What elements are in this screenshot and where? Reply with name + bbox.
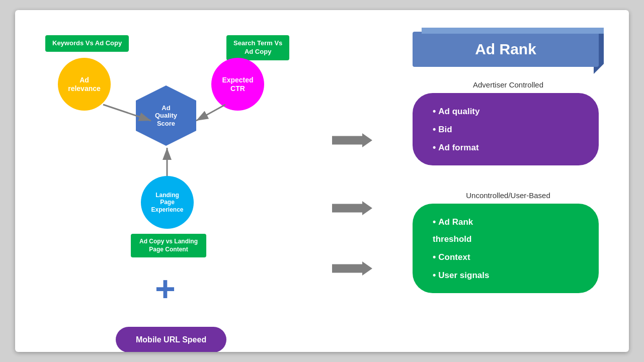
green-box: Ad Rankthreshold Context User signals [413,204,599,293]
ad-relevance-circle: Adrelevance [58,58,111,111]
expected-ctr-circle: ExpectedCTR [211,58,264,111]
expected-ctr-label: ExpectedCTR [222,76,253,93]
green-list: Ad Rankthreshold Context User signals [428,213,584,284]
arrow-to-green-2 [332,261,372,276]
plus-sign: + [155,272,176,307]
arrow-to-purple [332,133,372,147]
mobile-url-label: Mobile URL Speed [136,335,206,344]
purple-list: Ad quality Bid Ad format [428,102,584,156]
right-section: Ad Rank Advertiser Controlled Ad quality… [408,20,619,342]
ad-copy-box: Ad Copy vs LandingPage Content [131,234,206,257]
search-term-box: Search Term VsAd Copy [226,35,289,60]
arrow-to-green-1 [332,201,372,215]
ad-rank-top-face [422,28,604,34]
purple-item-1: Ad quality [433,102,584,120]
purple-item-2: Bid [433,120,584,138]
purple-box: Ad quality Bid Ad format [413,93,599,165]
quality-score-hexagon: AdQualityScore [136,85,196,146]
advertiser-controlled-label: Advertiser Controlled [408,80,609,89]
ad-rank-box: Ad Rank [413,28,604,68]
landing-page-circle: LandingPageExperience [141,176,194,229]
purple-item-3: Ad format [433,138,584,156]
ad-relevance-label: Adrelevance [68,76,101,93]
uncontrolled-label: Uncontrolled/User-Based [408,191,609,200]
ad-rank-label: Ad Rank [475,41,536,58]
keywords-label: Keywords Vs Ad Copy [52,39,122,47]
green-item-1: Ad Rankthreshold [433,213,584,248]
mobile-url-button: Mobile URL Speed [116,327,226,352]
search-term-label: Search Term VsAd Copy [233,39,282,55]
green-item-2: Context [433,248,584,266]
ad-copy-label: Ad Copy vs LandingPage Content [139,238,198,253]
keywords-box: Keywords Vs Ad Copy [45,35,129,52]
landing-page-label: LandingPageExperience [151,192,183,213]
svg-line-2 [196,105,225,121]
quality-score-label: AdQualityScore [155,104,177,128]
green-item-3: User signals [433,266,584,284]
slide: Keywords Vs Ad Copy Search Term VsAd Cop… [15,10,629,352]
left-section: Keywords Vs Ad Copy Search Term VsAd Cop… [30,20,332,342]
ad-rank-main-face: Ad Rank [413,32,599,67]
green-item-1-text: Ad Rankthreshold [433,217,473,244]
